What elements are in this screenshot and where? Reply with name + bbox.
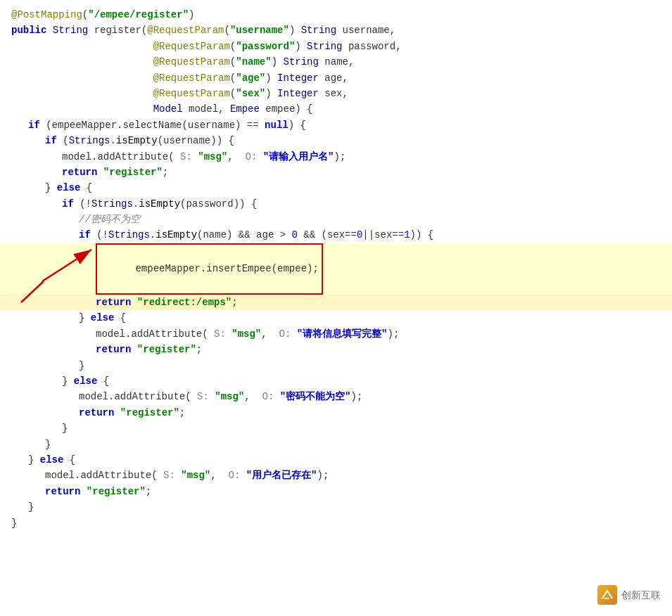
code-line-24: return "register"; (0, 405, 672, 421)
code-line-28: model.addAttribute( S: "msg", O: "用户名已存在… (0, 468, 672, 483)
highlighted-code-box: empeeMapper.insertEmpee(empee); (96, 243, 323, 295)
code-line-31: } (0, 515, 672, 531)
code-line-26: } (0, 437, 672, 452)
code-line-23: model.addAttribute( S: "msg", O: "密码不能为空… (0, 389, 672, 404)
code-line-12: } else { (0, 180, 672, 195)
code-line-14: //密码不为空 (0, 212, 672, 227)
code-line-10: model.addAttribute( S: "msg", O: "请输入用户名… (0, 149, 672, 165)
code-line-9: if (Strings.isEmpty(username)) { (0, 133, 672, 148)
code-line-7: Model model, Empee empee) { (0, 101, 672, 117)
code-line-30: } (0, 499, 672, 515)
watermark-label: 创新互联 (621, 587, 661, 603)
code-line-19: model.addAttribute( S: "msg", O: "请将信息填写… (0, 326, 672, 342)
code-line-20: return "register"; (0, 342, 672, 357)
watermark: 创新互联 (597, 585, 661, 605)
code-line-5: @RequestParam("age") Integer age, (0, 70, 672, 86)
code-line-11: return "register"; (0, 165, 672, 180)
code-line-25: } (0, 421, 672, 436)
code-container: @PostMapping("/empee/register") public S… (0, 0, 672, 616)
code-line-27: } else { (0, 452, 672, 468)
code-line-17: return "redirect:/emps"; (0, 295, 672, 310)
code-line-4: @RequestParam("name") String name, (0, 54, 672, 70)
code-line-2: public String register(@RequestParam("us… (0, 23, 672, 38)
code-line-8: if (empeeMapper.selectName(username) == … (0, 117, 672, 133)
code-line-15: if (!Strings.isEmpty(name) && age > 0 &&… (0, 227, 672, 243)
code-line-6: @RequestParam("sex") Integer sex, (0, 86, 672, 101)
code-line-18: } else { (0, 310, 672, 326)
code-line-29: return "register"; (0, 484, 672, 499)
code-line-13: if (!Strings.isEmpty(password)) { (0, 196, 672, 212)
watermark-icon (597, 585, 617, 605)
code-line-16: empeeMapper.insertEmpee(empee); (0, 243, 672, 295)
code-line-21: } (0, 358, 672, 373)
annotation: @PostMapping (11, 7, 82, 23)
code-line-1: @PostMapping("/empee/register") (0, 7, 672, 23)
code-line-3: @RequestParam("password") String passwor… (0, 39, 672, 54)
code-line-22: } else { (0, 373, 672, 389)
brand-logo-icon (600, 588, 614, 602)
